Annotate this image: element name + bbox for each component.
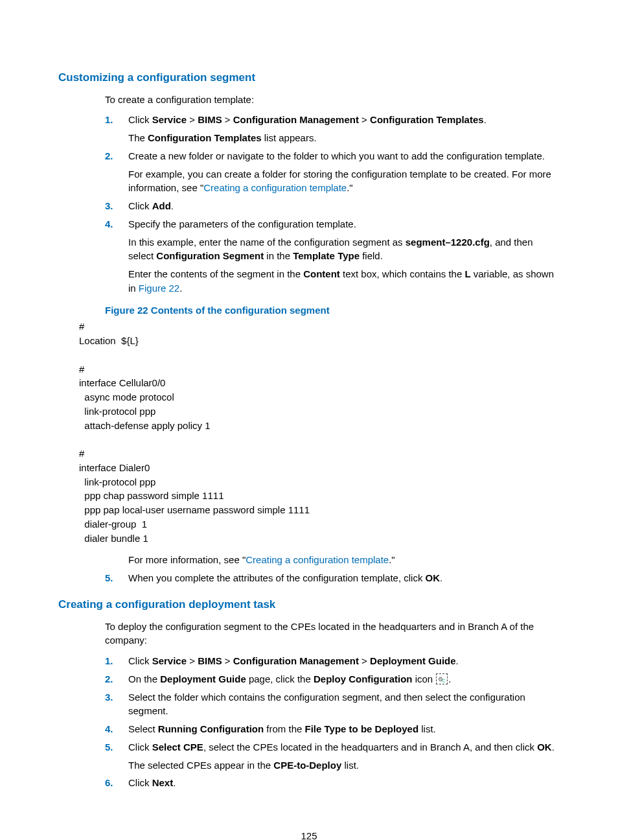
step-line: The Configuration Templates list appears… <box>128 131 560 145</box>
steps-list-1b: 5. When you complete the attributes of t… <box>105 571 560 585</box>
step2-6: 6. Click Next. <box>105 776 560 790</box>
step-line: In this example, enter the name of the c… <box>128 235 560 264</box>
t: BIMS <box>198 655 222 666</box>
t: list. <box>418 723 436 734</box>
t: L <box>464 268 470 279</box>
step-num: 3. <box>105 199 113 213</box>
step-line: When you complete the attributes of the … <box>128 571 560 585</box>
step-4: 4. Specify the parameters of the configu… <box>105 217 560 296</box>
t: . <box>173 777 176 788</box>
t: > <box>187 114 198 125</box>
figure-22-caption: Figure 22 Contents of the configuration … <box>105 303 560 318</box>
step-3: 3. Click Add. <box>105 199 560 213</box>
t: . <box>171 200 174 211</box>
step-num: 3. <box>105 690 113 705</box>
t: In this example, enter the name of the c… <box>128 237 406 248</box>
t: Click <box>128 741 152 752</box>
step-line: On the Deployment Guide page, click the … <box>128 672 560 686</box>
t: Content <box>303 268 340 279</box>
t: OK <box>426 572 441 583</box>
step-1: 1. Click Service > BIMS > Configuration … <box>105 113 560 145</box>
t: > <box>187 655 198 666</box>
t: field. <box>360 250 383 261</box>
t: > <box>359 655 370 666</box>
link-creating-template[interactable]: Creating a configuration template <box>203 182 347 193</box>
step-num: 6. <box>105 776 113 790</box>
t: Deployment Guide <box>160 673 246 684</box>
step-num: 1. <box>105 113 113 127</box>
step-line: Select Running Configuration from the Fi… <box>128 722 560 736</box>
step-num: 4. <box>105 217 113 231</box>
step-line: Select the folder which contains the con… <box>128 690 560 719</box>
svg-text:C: C <box>442 678 446 683</box>
t: For more information, see " <box>128 554 246 565</box>
step2-4: 4. Select Running Configuration from the… <box>105 722 560 736</box>
step-5: 5. When you complete the attributes of t… <box>105 571 560 585</box>
step-line: Click Service > BIMS > Configuration Man… <box>128 113 560 127</box>
t: > <box>359 114 370 125</box>
t: Click <box>128 114 152 125</box>
step-line: Click Add. <box>128 199 560 213</box>
t: File Type to be Deployed <box>305 723 419 734</box>
t: Click <box>128 777 152 788</box>
t: Configuration Templates <box>370 114 484 125</box>
t: Enter the contents of the segment in the <box>128 268 303 279</box>
t: list appears. <box>262 132 317 143</box>
t: Configuration Segment <box>156 250 264 261</box>
t: in the <box>264 250 293 261</box>
step-line: The selected CPEs appear in the CPE-to-D… <box>128 758 560 773</box>
step2-2: 2. On the Deployment Guide page, click t… <box>105 672 560 686</box>
step2-3: 3. Select the folder which contains the … <box>105 690 560 719</box>
step-line: Click Select CPE, select the CPEs locate… <box>128 740 560 754</box>
t: CPE-to-Deploy <box>273 760 341 771</box>
t: page, click the <box>246 673 314 684</box>
page-number: 125 <box>58 829 560 840</box>
t: . <box>179 283 182 294</box>
t: . <box>552 741 555 752</box>
step-num: 4. <box>105 722 113 736</box>
step-2: 2. Create a new folder or navigate to th… <box>105 149 560 195</box>
t: list. <box>341 760 359 771</box>
t: When you complete the attributes of the … <box>128 572 426 583</box>
t: from the <box>264 723 304 734</box>
step2-1: 1. Click Service > BIMS > Configuration … <box>105 654 560 668</box>
t: icon <box>412 673 435 684</box>
t: . <box>484 114 486 125</box>
step2-5: 5. Click Select CPE, select the CPEs loc… <box>105 740 560 773</box>
after-code-line: For more information, see "Creating a co… <box>128 553 560 567</box>
link-figure-22[interactable]: Figure 22 <box>139 283 179 294</box>
t: Deploy Configuration <box>314 673 413 684</box>
t: Click <box>128 200 152 211</box>
step-num: 5. <box>105 740 113 754</box>
t: Configuration Management <box>233 655 359 666</box>
t: . <box>456 655 459 666</box>
step-line: For example, you can create a folder for… <box>128 167 560 196</box>
figure-22-code: # Location ${L} # interface Cellular0/0 … <box>79 320 560 545</box>
steps-list-2: 1. Click Service > BIMS > Configuration … <box>105 654 560 790</box>
t: . <box>440 572 442 583</box>
intro-text-2: To deploy the configuration segment to t… <box>105 620 560 648</box>
t: > <box>222 655 233 666</box>
t: . <box>448 673 451 684</box>
t: > <box>222 114 233 125</box>
link-creating-template-2[interactable]: Creating a configuration template <box>246 554 389 565</box>
deploy-configuration-icon: ⚙C <box>436 673 448 684</box>
t: ." <box>347 182 353 193</box>
t: segment–1220.cfg <box>406 237 490 248</box>
t: Service <box>152 114 187 125</box>
step-num: 2. <box>105 672 113 686</box>
step-num: 5. <box>105 571 113 585</box>
step-num: 2. <box>105 149 113 163</box>
t: ." <box>389 554 395 565</box>
t: , select the CPEs located in the headqua… <box>203 741 537 752</box>
t: Running Configuration <box>158 723 264 734</box>
t: The <box>128 132 148 143</box>
heading-deploy-task: Creating a configuration deployment task <box>58 597 560 613</box>
t: Deployment Guide <box>370 655 456 666</box>
t: Template Type <box>293 250 360 261</box>
t: Service <box>152 655 187 666</box>
t: Select <box>128 723 158 734</box>
t: The selected CPEs appear in the <box>128 760 273 771</box>
t: Configuration Templates <box>148 132 262 143</box>
t: On the <box>128 673 160 684</box>
